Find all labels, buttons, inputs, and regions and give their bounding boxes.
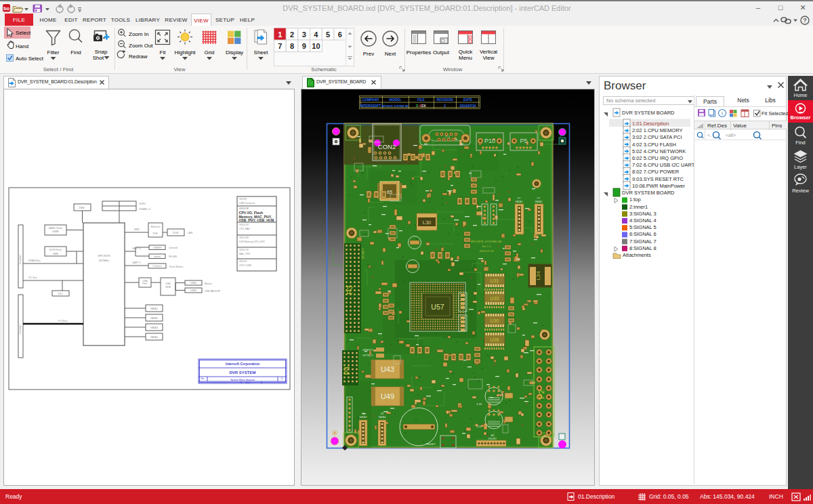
svg-text:2:02 1.CPU MEMORY: 2:02 1.CPU MEMORY [632,127,682,133]
svg-text:7:02 6.CPU USB I2C UART: 7:02 6.CPU USB I2C UART [632,162,694,168]
svg-text:UART 0: UART 0 [132,247,141,250]
svg-text:Review: Review [792,188,809,194]
svg-text:Browser: Browser [790,114,810,121]
svg-text:Intersoft Corporation: Intersoft Corporation [226,362,259,366]
svg-text:USB1: USB1 [190,282,196,285]
svg-text:Find: Find [795,140,806,146]
svg-text:SATA3: SATA3 [360,416,367,419]
svg-text:GPIEXT1: GPIEXT1 [362,349,373,352]
svg-text:256MB x 2: 256MB x 2 [139,208,150,211]
svg-text:SATA1: SATA1 [516,201,523,203]
svg-text:10: 10 [312,42,320,50]
svg-text:SATA2: SATA2 [535,201,543,203]
svg-text:Zoom Out: Zoom Out [129,43,153,49]
svg-text:2019/07/16: 2019/07/16 [459,104,476,108]
svg-text:USB BACKUP: USB BACKUP [205,290,221,293]
svg-text:DDR2: DDR2 [139,203,146,205]
svg-text:VDD1.8V: VDD1.8V [239,236,249,239]
svg-text:VDD5V: VDD5V [239,198,247,201]
svg-text:2: 2 [290,30,294,39]
svg-text:U49: U49 [381,392,394,400]
svg-text:8:SIGNAL 8: 8:SIGNAL 8 [629,245,656,251]
svg-text:Home: Home [793,92,807,98]
svg-text:3.3V: 3.3V [476,402,482,406]
svg-text:VDD1.5V: VDD1.5V [239,249,249,251]
svg-text:Highlight: Highlight [174,49,196,56]
svg-text:amma: amma [154,255,161,258]
svg-text:Shot: Shot [93,55,104,61]
svg-text:FILE: FILE [417,98,425,102]
svg-text:Mouse: Mouse [205,282,212,285]
svg-text:MPC8378_SYSTEM_BD: MPC8378_SYSTEM_BD [382,105,409,108]
svg-text:GPTECO: GPTECO [362,354,373,357]
svg-text:USB Connector: USB Connector [239,202,255,205]
svg-text:CPU CORE: CPU CORE [239,264,252,267]
svg-text:VDD3.3V: VDD3.3V [239,207,249,210]
svg-text:Select / Find: Select / Find [43,66,73,72]
svg-text:P5: P5 [520,138,527,144]
svg-text:View: View [482,55,494,61]
svg-text:COMPANY: COMPANY [362,98,379,102]
svg-text:9:03.SYS RESET RTC: 9:03.SYS RESET RTC [632,176,684,182]
svg-text:DATE: DATE [463,98,473,102]
svg-text:SATA4: SATA4 [379,416,386,419]
svg-text:U28: U28 [491,337,499,342]
svg-text:P1: P1 [445,135,451,139]
svg-text:bo: bo [3,5,10,12]
svg-text:Auto Select: Auto Select [16,56,44,62]
svg-text:2:inner1: 2:inner1 [629,204,648,210]
svg-text:FRONT: FRONT [488,438,497,440]
svg-text:2019.07.16: 2019.07.16 [480,249,495,253]
svg-text:4: 4 [314,30,318,39]
svg-text:View: View [173,66,185,72]
svg-text:8:02 7.CPU POWER: 8:02 7.CPU POWER [632,169,680,175]
svg-text:HUB: HUB [165,286,171,289]
svg-text:P7: P7 [518,197,520,200]
svg-text:Filter: Filter [47,49,60,56]
svg-text:Find: Find [70,49,81,56]
svg-text:SATA1: SATA1 [150,308,158,310]
svg-text:P3: P3 [346,285,354,294]
svg-text:Schematic: Schematic [311,66,336,72]
svg-text:1:01.Description: 1:01.Description [632,121,669,127]
svg-text:i: i [722,110,723,117]
svg-text:7: 7 [278,42,282,50]
svg-text:JTAG: JTAG [79,207,85,209]
svg-text:6:SIGNAL 6: 6:SIGNAL 6 [629,231,656,237]
svg-text:Connect: Connect [152,265,161,268]
svg-text:<.: <. [707,133,711,138]
svg-text:Redraw: Redraw [129,54,148,60]
svg-text:CON2: CON2 [378,143,396,150]
svg-text:65: 65 [387,190,392,194]
svg-text:Front Mezen: Front Mezen [169,266,183,268]
svg-text:4:SIGNAL 4: 4:SIGNAL 4 [629,217,656,224]
svg-text:8: 8 [290,42,294,50]
svg-text:Sheet: Sheet [246,381,251,384]
svg-text:P4: P4 [343,366,351,375]
svg-text:USB/89: USB/89 [153,247,161,249]
svg-text:8MB: 8MB [53,253,58,255]
svg-text:USB2: USB2 [190,289,196,292]
svg-text:DVR SYSTEM BOARD: DVR SYSTEM BOARD [622,190,675,196]
svg-text:Zoom In: Zoom In [129,31,148,37]
svg-text:PCI Bus: PCI Bus [58,320,67,322]
svg-text:U30: U30 [491,318,499,323]
svg-text:A5: A5 [491,434,494,437]
svg-text:Rev: Rev [201,377,205,380]
svg-text:5:SIGNAL 5: 5:SIGNAL 5 [629,224,656,230]
svg-text:NAND Flash: NAND Flash [49,227,62,230]
svg-text:Fit Selected: Fit Selected [762,110,789,117]
svg-text:MPC8378_SYSTEM_BD: MPC8378_SYSTEM_BD [471,240,502,243]
svg-text:3:02 2.CPU SATA PCI: 3:02 2.CPU SATA PCI [632,134,682,140]
svg-text:DVR SYSTEM: DVR SYSTEM [229,371,255,375]
svg-text:10:08.PWR MainPower: 10:08.PWR MainPower [632,183,685,189]
svg-text:USB: USB [165,282,171,285]
svg-text:VDD1V: VDD1V [239,260,247,263]
svg-text:P10: P10 [484,138,495,144]
svg-text:RMII: RMII [134,228,140,231]
svg-text:U43: U43 [381,365,394,373]
svg-text:Window: Window [443,66,463,72]
svg-text:System Block diagram: System Block diagram [230,379,255,381]
svg-text:6:02 5.CPU IRQ GPIO: 6:02 5.CPU IRQ GPIO [632,155,683,161]
svg-text:Attachments: Attachments [623,252,651,258]
